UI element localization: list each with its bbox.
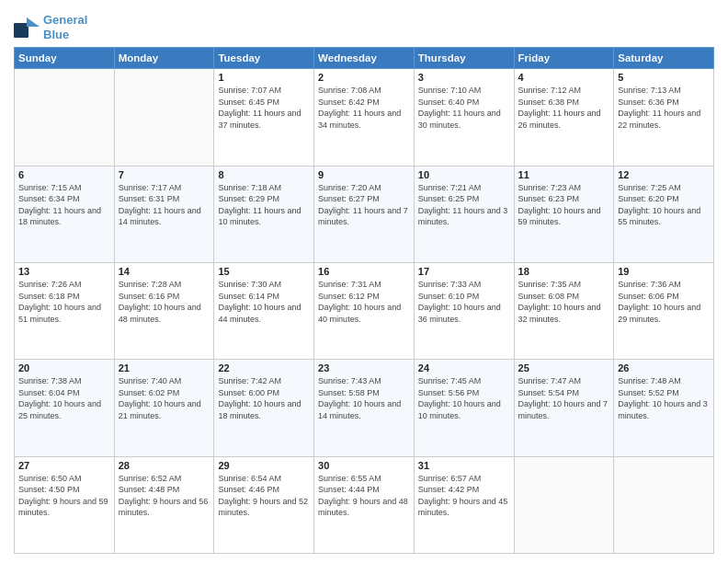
calendar-week-5: 27Sunrise: 6:50 AM Sunset: 4:50 PM Dayli… (15, 456, 714, 553)
day-number: 23 (318, 362, 410, 373)
day-number: 17 (418, 266, 510, 277)
day-info: Sunrise: 7:12 AM Sunset: 6:38 PM Dayligh… (518, 85, 610, 131)
day-info: Sunrise: 7:40 AM Sunset: 6:02 PM Dayligh… (119, 375, 210, 421)
calendar-cell: 14Sunrise: 7:28 AM Sunset: 6:16 PM Dayli… (114, 262, 214, 359)
day-info: Sunrise: 7:07 AM Sunset: 6:45 PM Dayligh… (218, 85, 310, 131)
day-info: Sunrise: 7:38 AM Sunset: 6:04 PM Dayligh… (18, 375, 110, 421)
day-number: 16 (318, 266, 410, 277)
day-info: Sunrise: 7:21 AM Sunset: 6:25 PM Dayligh… (418, 182, 510, 228)
calendar-cell: 12Sunrise: 7:25 AM Sunset: 6:20 PM Dayli… (614, 166, 714, 262)
calendar-cell: 5Sunrise: 7:13 AM Sunset: 6:36 PM Daylig… (614, 69, 714, 166)
calendar-body: 1Sunrise: 7:07 AM Sunset: 6:45 PM Daylig… (15, 69, 714, 554)
calendar-cell: 1Sunrise: 7:07 AM Sunset: 6:45 PM Daylig… (214, 69, 314, 166)
calendar-cell: 7Sunrise: 7:17 AM Sunset: 6:31 PM Daylig… (114, 166, 214, 262)
calendar-table: SundayMondayTuesdayWednesdayThursdayFrid… (14, 47, 714, 554)
day-number: 26 (618, 362, 710, 373)
calendar-cell: 21Sunrise: 7:40 AM Sunset: 6:02 PM Dayli… (114, 360, 214, 456)
col-header-sunday: Sunday (15, 48, 115, 69)
day-number: 27 (18, 460, 110, 471)
day-info: Sunrise: 7:47 AM Sunset: 5:54 PM Dayligh… (518, 375, 610, 421)
calendar-cell: 6Sunrise: 7:15 AM Sunset: 6:34 PM Daylig… (15, 166, 115, 262)
calendar-cell: 25Sunrise: 7:47 AM Sunset: 5:54 PM Dayli… (514, 360, 614, 456)
calendar-cell: 30Sunrise: 6:55 AM Sunset: 4:44 PM Dayli… (314, 456, 415, 553)
day-info: Sunrise: 6:57 AM Sunset: 4:42 PM Dayligh… (418, 473, 510, 519)
col-header-thursday: Thursday (414, 48, 514, 69)
day-info: Sunrise: 7:42 AM Sunset: 6:00 PM Dayligh… (218, 375, 310, 421)
calendar-cell: 10Sunrise: 7:21 AM Sunset: 6:25 PM Dayli… (414, 166, 514, 262)
day-number: 6 (18, 169, 110, 180)
day-info: Sunrise: 7:23 AM Sunset: 6:23 PM Dayligh… (518, 182, 610, 228)
calendar-cell: 8Sunrise: 7:18 AM Sunset: 6:29 PM Daylig… (214, 166, 314, 262)
day-number: 2 (318, 72, 410, 83)
day-number: 1 (218, 72, 310, 83)
day-info: Sunrise: 7:18 AM Sunset: 6:29 PM Dayligh… (218, 182, 310, 228)
calendar-week-1: 1Sunrise: 7:07 AM Sunset: 6:45 PM Daylig… (15, 69, 714, 166)
calendar-header-row: SundayMondayTuesdayWednesdayThursdayFrid… (15, 48, 714, 69)
calendar-cell: 24Sunrise: 7:45 AM Sunset: 5:56 PM Dayli… (414, 360, 514, 456)
day-number: 25 (518, 362, 610, 373)
day-number: 19 (618, 266, 710, 277)
day-info: Sunrise: 7:33 AM Sunset: 6:10 PM Dayligh… (418, 279, 510, 325)
day-number: 28 (119, 460, 210, 471)
calendar-cell: 20Sunrise: 7:38 AM Sunset: 6:04 PM Dayli… (15, 360, 115, 456)
col-header-friday: Friday (514, 48, 614, 69)
calendar-cell: 31Sunrise: 6:57 AM Sunset: 4:42 PM Dayli… (414, 456, 514, 553)
day-info: Sunrise: 7:31 AM Sunset: 6:12 PM Dayligh… (318, 279, 410, 325)
day-number: 12 (618, 169, 710, 180)
day-number: 18 (518, 266, 610, 277)
calendar-cell (15, 69, 115, 166)
col-header-wednesday: Wednesday (314, 48, 415, 69)
calendar-week-4: 20Sunrise: 7:38 AM Sunset: 6:04 PM Dayli… (15, 360, 714, 456)
day-number: 29 (218, 460, 310, 471)
calendar-cell: 2Sunrise: 7:08 AM Sunset: 6:42 PM Daylig… (314, 69, 415, 166)
day-number: 7 (119, 169, 210, 180)
day-number: 13 (18, 266, 110, 277)
calendar-cell (614, 456, 714, 553)
day-info: Sunrise: 7:15 AM Sunset: 6:34 PM Dayligh… (18, 182, 110, 228)
calendar-cell: 9Sunrise: 7:20 AM Sunset: 6:27 PM Daylig… (314, 166, 415, 262)
day-number: 4 (518, 72, 610, 83)
day-info: Sunrise: 6:54 AM Sunset: 4:46 PM Dayligh… (218, 473, 310, 519)
day-info: Sunrise: 7:28 AM Sunset: 6:16 PM Dayligh… (119, 279, 210, 325)
calendar-cell: 26Sunrise: 7:48 AM Sunset: 5:52 PM Dayli… (614, 360, 714, 456)
calendar-cell: 18Sunrise: 7:35 AM Sunset: 6:08 PM Dayli… (514, 262, 614, 359)
day-number: 11 (518, 169, 610, 180)
calendar-cell: 29Sunrise: 6:54 AM Sunset: 4:46 PM Dayli… (214, 456, 314, 553)
day-number: 10 (418, 169, 510, 180)
calendar-week-3: 13Sunrise: 7:26 AM Sunset: 6:18 PM Dayli… (15, 262, 714, 359)
day-number: 5 (618, 72, 710, 83)
day-number: 24 (418, 362, 510, 373)
calendar-cell: 22Sunrise: 7:42 AM Sunset: 6:00 PM Dayli… (214, 360, 314, 456)
calendar-cell: 28Sunrise: 6:52 AM Sunset: 4:48 PM Dayli… (114, 456, 214, 553)
day-info: Sunrise: 7:43 AM Sunset: 5:58 PM Dayligh… (318, 375, 410, 421)
svg-marker-1 (27, 17, 40, 27)
calendar-cell (114, 69, 214, 166)
calendar-cell: 11Sunrise: 7:23 AM Sunset: 6:23 PM Dayli… (514, 166, 614, 262)
day-info: Sunrise: 6:50 AM Sunset: 4:50 PM Dayligh… (18, 473, 110, 519)
col-header-tuesday: Tuesday (214, 48, 314, 69)
calendar-cell: 27Sunrise: 6:50 AM Sunset: 4:50 PM Dayli… (15, 456, 115, 553)
day-info: Sunrise: 6:52 AM Sunset: 4:48 PM Dayligh… (119, 473, 210, 519)
logo-text: General Blue (43, 13, 87, 41)
day-number: 9 (318, 169, 410, 180)
calendar-cell: 15Sunrise: 7:30 AM Sunset: 6:14 PM Dayli… (214, 262, 314, 359)
day-number: 31 (418, 460, 510, 471)
calendar-cell (514, 456, 614, 553)
day-info: Sunrise: 7:36 AM Sunset: 6:06 PM Dayligh… (618, 279, 710, 325)
day-number: 22 (218, 362, 310, 373)
calendar-cell: 4Sunrise: 7:12 AM Sunset: 6:38 PM Daylig… (514, 69, 614, 166)
day-number: 3 (418, 72, 510, 83)
day-number: 8 (218, 169, 310, 180)
calendar-cell: 19Sunrise: 7:36 AM Sunset: 6:06 PM Dayli… (614, 262, 714, 359)
day-number: 21 (119, 362, 210, 373)
calendar-cell: 13Sunrise: 7:26 AM Sunset: 6:18 PM Dayli… (15, 262, 115, 359)
logo: General Blue (14, 13, 87, 41)
logo-icon (14, 17, 40, 38)
day-number: 30 (318, 460, 410, 471)
calendar-cell: 16Sunrise: 7:31 AM Sunset: 6:12 PM Dayli… (314, 262, 415, 359)
day-info: Sunrise: 7:08 AM Sunset: 6:42 PM Dayligh… (318, 85, 410, 131)
svg-rect-0 (14, 23, 28, 38)
calendar-week-2: 6Sunrise: 7:15 AM Sunset: 6:34 PM Daylig… (15, 166, 714, 262)
calendar-cell: 23Sunrise: 7:43 AM Sunset: 5:58 PM Dayli… (314, 360, 415, 456)
day-info: Sunrise: 7:25 AM Sunset: 6:20 PM Dayligh… (618, 182, 710, 228)
